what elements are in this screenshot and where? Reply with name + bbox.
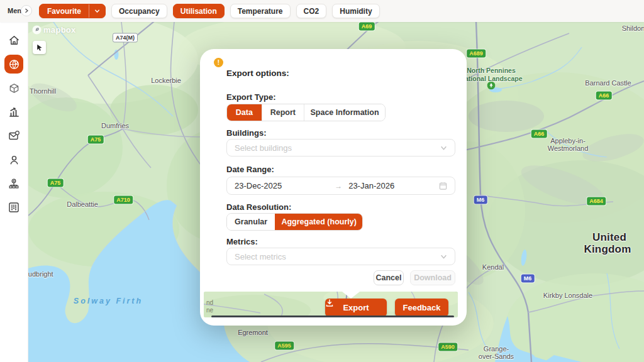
- map-label-fragment: nd: [206, 299, 213, 306]
- cursor-arrow-icon: [35, 43, 43, 52]
- top-toolbar: Menu Favourite Occupancy Utilisation Tem…: [0, 0, 644, 22]
- filter-chips: Favourite Occupancy Utilisation Temperat…: [39, 4, 380, 18]
- export-type-option-report[interactable]: Report: [262, 104, 304, 121]
- cube-icon: [8, 82, 20, 94]
- date-range-arrow: →: [335, 182, 342, 190]
- feedback-button-label: Feedback: [403, 303, 441, 312]
- filter-chip-favourite[interactable]: Favourite: [39, 4, 106, 18]
- metrics-label: Metrics:: [226, 237, 258, 246]
- warning-icon: !: [214, 58, 223, 67]
- sidebar-item-organization[interactable]: [4, 174, 23, 193]
- resolution-option-aggregated-hourly[interactable]: Aggregated (hourly): [275, 214, 362, 230]
- filter-chip-temperature[interactable]: Temperature: [230, 4, 291, 18]
- menu-expand-button[interactable]: [21, 5, 32, 16]
- buildings-placeholder: Select buildings: [235, 143, 440, 153]
- left-sidebar: [0, 22, 28, 362]
- filter-chip-label: Favourite: [40, 7, 89, 16]
- filter-chip-humidity[interactable]: Humidity: [332, 4, 379, 18]
- highlighted-export-strip: nd ne Export Feedback: [204, 292, 458, 317]
- metrics-placeholder: Select metrics: [235, 252, 440, 261]
- sidebar-item-messages[interactable]: [4, 126, 23, 145]
- home-icon: [8, 35, 20, 47]
- date-range-field[interactable]: 23-Dec-2025 → 23-Jan-2026: [226, 177, 455, 195]
- filter-chip-label: Occupancy: [119, 7, 160, 16]
- favourite-dropdown-button[interactable]: [89, 4, 105, 18]
- filter-chip-occupancy[interactable]: Occupancy: [111, 4, 167, 18]
- export-type-option-space-information[interactable]: Space Information: [304, 104, 385, 121]
- sidebar-item-map[interactable]: [4, 55, 23, 74]
- sidebar-item-home[interactable]: [4, 31, 23, 50]
- buildings-label: Buildings:: [226, 128, 267, 138]
- sidebar-item-settings[interactable]: [4, 198, 23, 217]
- chevron-down-icon: [440, 253, 447, 260]
- export-type-option-data[interactable]: Data: [227, 104, 262, 121]
- export-type-segmented: Data Report Space Information: [226, 104, 386, 121]
- chevron-right-icon: [24, 8, 29, 13]
- national-park-icon: [487, 82, 496, 90]
- date-range-label: Date Range:: [226, 165, 274, 174]
- sidebar-item-analytics[interactable]: [4, 102, 23, 121]
- popover-arrow: [342, 292, 360, 299]
- date-start-value[interactable]: 23-Dec-2025: [235, 181, 282, 190]
- feedback-button[interactable]: Feedback: [395, 299, 448, 317]
- bar-chart-icon: [8, 106, 20, 118]
- filter-chip-label: Temperature: [238, 7, 283, 16]
- chevron-down-icon: [440, 145, 447, 151]
- map-label-fragment: ne: [206, 307, 213, 314]
- sliders-icon: [8, 201, 20, 214]
- download-button-disabled[interactable]: Download: [410, 270, 455, 285]
- user-icon: [8, 154, 20, 166]
- export-button-label: Export: [343, 303, 369, 312]
- metrics-select[interactable]: Select metrics: [226, 248, 455, 265]
- chevron-down-icon: [94, 8, 100, 14]
- buildings-select[interactable]: Select buildings: [226, 139, 455, 156]
- resolution-option-granular[interactable]: Granular: [227, 214, 275, 230]
- data-resolution-segmented: Granular Aggregated (hourly): [226, 213, 363, 231]
- export-button[interactable]: Export: [325, 299, 387, 317]
- mail-icon: [8, 129, 20, 142]
- filter-chip-label: CO2: [304, 7, 319, 16]
- data-resolution-label: Data Resolution:: [226, 202, 291, 212]
- download-icon: [325, 299, 334, 307]
- cancel-button[interactable]: Cancel: [374, 270, 404, 285]
- globe-icon: [8, 58, 20, 70]
- filter-chip-label: Utilisation: [180, 7, 217, 16]
- highlight-underline: [211, 315, 454, 317]
- map-cursor-tool-button[interactable]: [33, 41, 46, 54]
- filter-chip-co2[interactable]: CO2: [296, 4, 327, 18]
- filter-chip-utilisation[interactable]: Utilisation: [173, 4, 225, 18]
- filter-chip-label: Humidity: [340, 7, 372, 16]
- calendar-icon: [439, 182, 447, 190]
- org-hierarchy-icon: [8, 177, 20, 190]
- sidebar-item-users[interactable]: [4, 150, 23, 169]
- export-type-label: Export Type:: [226, 92, 276, 102]
- sidebar-item-spaces[interactable]: [4, 79, 23, 97]
- export-options-popover: ! Export options: Export Type: Data Repo…: [200, 49, 467, 326]
- date-end-value[interactable]: 23-Jan-2026: [348, 181, 394, 190]
- popover-title: Export options:: [226, 69, 289, 78]
